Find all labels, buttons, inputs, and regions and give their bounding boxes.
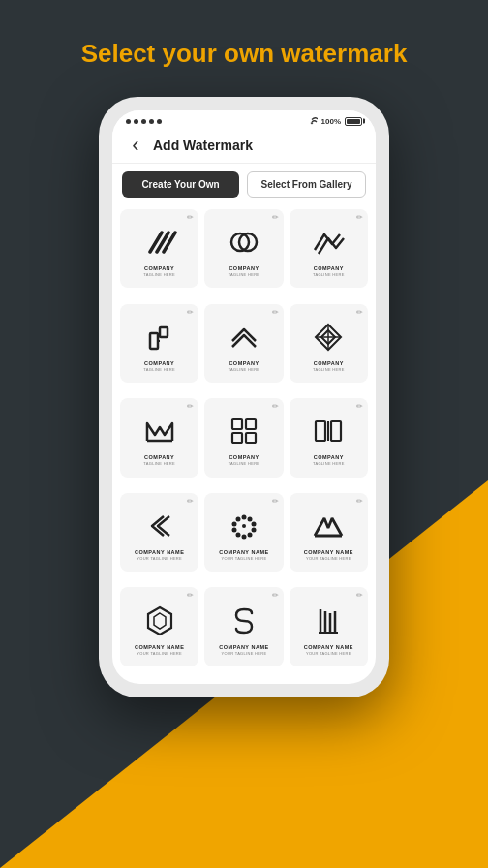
svg-rect-16 <box>246 419 256 429</box>
svg-point-20 <box>241 514 246 519</box>
tab-buttons-container: Create Your Own Select From Gallery <box>112 164 376 205</box>
svg-point-29 <box>235 516 240 521</box>
status-bar: 100% <box>112 110 376 130</box>
logo-tagline-2: TAGLINE HERE <box>229 272 260 277</box>
logo-label-15: COMPANY NAME YOUR TAGLINE HERE <box>304 644 353 656</box>
edit-icon: ✏ <box>272 402 279 411</box>
svg-point-23 <box>251 527 256 532</box>
logo-icon-12 <box>308 506 349 546</box>
tab-select-gallery[interactable]: Select From Gallery <box>247 171 366 198</box>
logo-icon-13 <box>139 601 180 641</box>
battery-label: 100% <box>321 117 341 126</box>
edit-icon: ✏ <box>356 308 363 317</box>
logo-label-8: COMPANY TAGLINE HERE <box>229 454 260 466</box>
list-item[interactable]: ✏ COMPANY NAME YOUR TAGLINE HERE <box>290 493 368 572</box>
logo-label-9: COMPANY TAGLINE HERE <box>313 454 345 466</box>
edit-icon: ✏ <box>187 213 194 222</box>
logo-company-9: COMPANY <box>313 454 345 460</box>
logo-icon-11 <box>224 506 264 546</box>
logo-company-5: COMPANY <box>229 360 260 366</box>
edit-icon: ✏ <box>187 402 194 411</box>
list-item[interactable]: ✏ COMPANY TAGLINE HERE <box>204 398 283 477</box>
logo-company-13: COMPANY NAME <box>135 644 184 650</box>
logo-icon-6 <box>308 317 349 357</box>
list-item[interactable]: ✏ COMPANY NAME YOUR TAGLINE HERE <box>290 587 368 666</box>
list-item[interactable]: ✏ COMPANY TAGLINE HERE <box>120 398 198 477</box>
logo-company-12: COMPANY NAME <box>304 549 353 555</box>
page-header: Select your own watermark <box>0 39 488 69</box>
logo-company-14: COMPANY NAME <box>219 644 268 650</box>
list-item[interactable]: ✏ COMPANY NAME YOUR TAGLINE HERE <box>120 493 198 572</box>
edit-icon: ✏ <box>187 308 194 317</box>
svg-point-26 <box>235 532 240 537</box>
logo-label-6: COMPANY TAGLINE HERE <box>313 360 345 372</box>
logo-icon-8 <box>224 411 264 451</box>
edit-icon: ✏ <box>356 591 363 600</box>
svg-rect-6 <box>160 327 168 337</box>
svg-point-22 <box>251 521 256 526</box>
logo-label-7: COMPANY TAGLINE HERE <box>143 454 175 466</box>
list-item[interactable]: ✏ COMPANY TAGLINE HERE <box>204 209 283 288</box>
edit-icon: ✏ <box>187 591 194 600</box>
list-item[interactable]: ✏ COMPANY NAME YOUR TAGLINE HERE <box>204 587 283 666</box>
logo-company-8: COMPANY <box>229 454 260 460</box>
svg-point-27 <box>231 527 236 532</box>
logo-company-3: COMPANY <box>313 265 345 271</box>
logo-label-1: COMPANY TAGLINE HERE <box>143 265 175 277</box>
list-item[interactable]: ✏ COMPANY TAGLINE HERE <box>290 304 368 383</box>
logo-tagline-11: YOUR TAGLINE HERE <box>219 556 268 561</box>
logo-icon-7 <box>139 411 180 451</box>
back-button[interactable] <box>126 136 145 155</box>
logo-tagline-1: TAGLINE HERE <box>143 272 175 277</box>
battery-icon <box>345 117 362 126</box>
list-item[interactable]: ✏ COMPANY TAGLINE HERE <box>120 209 198 288</box>
logo-label-2: COMPANY TAGLINE HERE <box>229 265 260 277</box>
list-item[interactable]: ✏ <box>204 493 283 572</box>
tab-create-own[interactable]: Create Your Own <box>122 171 239 198</box>
list-item[interactable]: ✏ COMPANY TAGLINE HERE <box>290 398 368 477</box>
edit-icon: ✏ <box>187 497 194 506</box>
logo-label-3: COMPANY TAGLINE HERE <box>313 265 345 277</box>
logo-label-4: COMPANY TAGLINE HERE <box>143 360 175 372</box>
svg-rect-15 <box>232 433 242 443</box>
svg-point-21 <box>247 516 252 521</box>
logo-tagline-6: TAGLINE HERE <box>313 367 345 372</box>
status-icons: 100% <box>306 116 362 126</box>
logo-tagline-12: YOUR TAGLINE HERE <box>304 556 353 561</box>
list-item[interactable]: ✏ COMPANY TAGLINE HERE <box>120 304 198 383</box>
logo-tagline-15: YOUR TAGLINE HERE <box>304 651 353 656</box>
logo-icon-15 <box>308 601 349 641</box>
logo-company-6: COMPANY <box>313 360 345 366</box>
logo-company-4: COMPANY <box>143 360 175 366</box>
list-item[interactable]: ✏ COMPANY NAME YOUR TAGLINE HERE <box>120 587 198 666</box>
logo-tagline-10: YOUR TAGLINE HERE <box>135 556 184 561</box>
dot-2 <box>134 119 138 124</box>
logo-icon-14 <box>224 601 264 641</box>
logo-label-10: COMPANY NAME YOUR TAGLINE HERE <box>135 549 184 561</box>
logo-tagline-14: YOUR TAGLINE HERE <box>219 651 268 656</box>
wifi-icon <box>306 116 318 126</box>
phone-mockup: 100% Add Watermark Create Your Own Selec… <box>99 97 389 698</box>
svg-rect-17 <box>316 421 325 441</box>
svg-marker-32 <box>148 607 171 635</box>
logo-icon-10 <box>139 506 180 546</box>
svg-point-25 <box>241 534 246 539</box>
logo-tagline-13: YOUR TAGLINE HERE <box>135 651 184 656</box>
svg-point-30 <box>242 524 246 528</box>
logo-company-2: COMPANY <box>229 265 260 271</box>
logo-tagline-3: TAGLINE HERE <box>313 272 345 277</box>
logo-label-13: COMPANY NAME YOUR TAGLINE HERE <box>135 644 184 656</box>
logo-gallery-grid: ✏ COMPANY TAGLINE HERE ✏ <box>112 205 376 684</box>
signal-dots <box>126 119 162 124</box>
logo-label-11: COMPANY NAME YOUR TAGLINE HERE <box>219 549 268 561</box>
logo-tagline-8: TAGLINE HERE <box>229 461 260 466</box>
dot-3 <box>141 119 146 124</box>
list-item[interactable]: ✏ COMPANY TAGLINE HERE <box>204 304 283 383</box>
svg-rect-5 <box>150 333 158 349</box>
logo-tagline-7: TAGLINE HERE <box>143 461 175 466</box>
logo-label-12: COMPANY NAME YOUR TAGLINE HERE <box>304 549 353 561</box>
svg-rect-18 <box>331 421 341 441</box>
logo-icon-2 <box>224 222 264 263</box>
svg-marker-33 <box>154 613 166 629</box>
list-item[interactable]: ✏ COMPANY TAGLINE HERE <box>290 209 368 288</box>
